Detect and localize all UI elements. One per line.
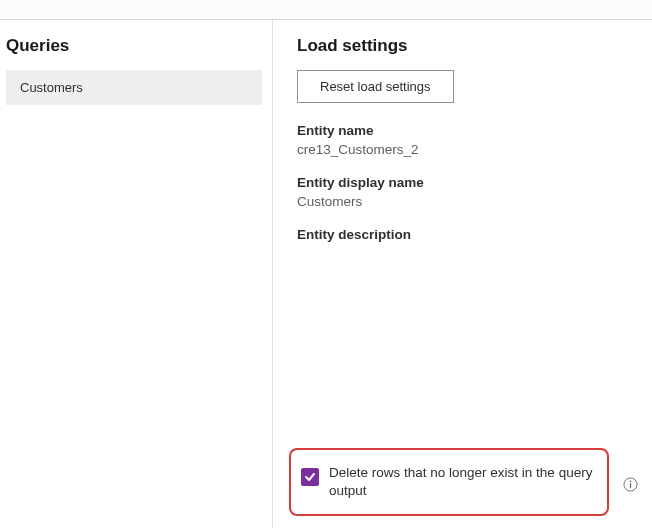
- query-item-customers[interactable]: Customers: [6, 70, 262, 105]
- query-item-label: Customers: [20, 80, 83, 95]
- reset-button-label: Reset load settings: [320, 79, 431, 94]
- entity-name-label: Entity name: [297, 123, 642, 138]
- entity-display-block: Entity display name Customers: [297, 175, 642, 209]
- delete-rows-checkbox[interactable]: [301, 468, 319, 486]
- check-icon: [304, 471, 316, 483]
- load-settings-panel: Load settings Reset load settings Entity…: [272, 20, 652, 528]
- entity-desc-block: Entity description: [297, 227, 642, 242]
- delete-rows-label: Delete rows that no longer exist in the …: [329, 464, 595, 500]
- top-divider: [0, 0, 652, 20]
- entity-display-value: Customers: [297, 194, 642, 209]
- info-icon[interactable]: [623, 477, 638, 492]
- svg-point-1: [630, 480, 632, 482]
- entity-desc-label: Entity description: [297, 227, 642, 242]
- entity-display-label: Entity display name: [297, 175, 642, 190]
- queries-panel: Queries Customers: [0, 20, 272, 528]
- queries-title: Queries: [6, 36, 262, 56]
- entity-name-value: cre13_Customers_2: [297, 142, 642, 157]
- reset-load-settings-button[interactable]: Reset load settings: [297, 70, 454, 103]
- svg-rect-2: [630, 483, 631, 488]
- delete-rows-highlight: Delete rows that no longer exist in the …: [289, 448, 609, 516]
- entity-name-block: Entity name cre13_Customers_2: [297, 123, 642, 157]
- load-settings-title: Load settings: [297, 36, 642, 56]
